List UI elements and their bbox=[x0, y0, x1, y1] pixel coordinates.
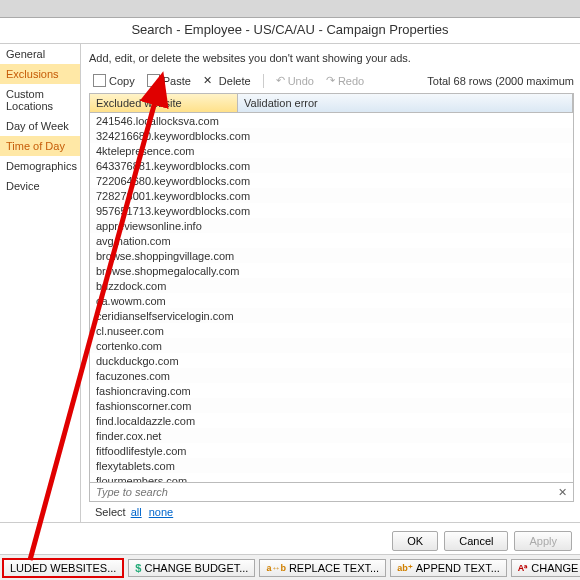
table-row[interactable]: ca.wowm.com bbox=[90, 293, 573, 308]
delete-icon: ✕ bbox=[203, 74, 216, 87]
ok-button[interactable]: OK bbox=[392, 531, 438, 551]
delete-label: Delete bbox=[219, 75, 251, 87]
search-input[interactable] bbox=[90, 483, 552, 501]
delete-button[interactable]: ✕Delete bbox=[199, 72, 255, 89]
undo-icon: ↶ bbox=[276, 74, 285, 87]
table-row[interactable]: browse.shoppingvillage.com bbox=[90, 248, 573, 263]
table-row[interactable]: fitfoodlifestyle.com bbox=[90, 443, 573, 458]
dialog-title: Search - Employee - US/CA/AU - Campaign … bbox=[0, 18, 580, 44]
separator bbox=[263, 74, 264, 88]
append-text-button[interactable]: ab⁺APPEND TEXT... bbox=[390, 559, 507, 577]
redo-icon: ↷ bbox=[326, 74, 335, 87]
grid-search: ✕ bbox=[90, 482, 573, 501]
replace-label: REPLACE TEXT... bbox=[289, 562, 379, 574]
table-row[interactable]: cl.nuseer.com bbox=[90, 323, 573, 338]
table-row[interactable]: 643376881.keywordblocks.com bbox=[90, 158, 573, 173]
clear-search-icon[interactable]: ✕ bbox=[552, 486, 573, 499]
sidebar: General Exclusions Custom Locations Day … bbox=[0, 44, 81, 522]
table-row[interactable]: buzzdock.com bbox=[90, 278, 573, 293]
select-label: Select bbox=[95, 506, 126, 518]
table-row[interactable]: fashionscorner.com bbox=[90, 398, 573, 413]
table-row[interactable]: 728276001.keywordblocks.com bbox=[90, 188, 573, 203]
table-row[interactable]: duckduckgo.com bbox=[90, 353, 573, 368]
sidebar-item-device[interactable]: Device bbox=[0, 176, 80, 196]
redo-button[interactable]: ↷Redo bbox=[322, 72, 368, 89]
append-icon: ab⁺ bbox=[397, 563, 413, 573]
redo-label: Redo bbox=[338, 75, 364, 87]
table-row[interactable]: facuzones.com bbox=[90, 368, 573, 383]
excluded-websites-button[interactable]: LUDED WEBSITES... bbox=[2, 558, 124, 578]
table-row[interactable]: finder.cox.net bbox=[90, 428, 573, 443]
paste-icon bbox=[147, 74, 160, 87]
table-row[interactable]: 241546.locallocksva.com bbox=[90, 113, 573, 128]
table-row[interactable]: flourmembers.com bbox=[90, 473, 573, 482]
copy-icon bbox=[93, 74, 106, 87]
paste-label: Paste bbox=[163, 75, 191, 87]
copy-label: Copy bbox=[109, 75, 135, 87]
paste-button[interactable]: Paste bbox=[143, 72, 195, 89]
table-row[interactable]: 722064680.keywordblocks.com bbox=[90, 173, 573, 188]
table-row[interactable]: avg.nation.com bbox=[90, 233, 573, 248]
dollar-icon: $ bbox=[135, 562, 141, 574]
toolbar: Copy Paste ✕Delete ↶Undo ↷Redo Total 68 … bbox=[89, 72, 574, 89]
grid-body[interactable]: 241546.locallocksva.com324216680.keyword… bbox=[90, 113, 573, 482]
apply-button[interactable]: Apply bbox=[514, 531, 572, 551]
table-row[interactable]: 324216680.keywordblocks.com bbox=[90, 128, 573, 143]
cap-label: CHANGE TEXT CAPITALIZATION... bbox=[531, 562, 580, 574]
select-none-link[interactable]: none bbox=[149, 506, 173, 518]
table-row[interactable]: browse.shopmegalocally.com bbox=[90, 263, 573, 278]
sidebar-item-demographics[interactable]: Demographics bbox=[0, 156, 80, 176]
append-label: APPEND TEXT... bbox=[416, 562, 500, 574]
col-validation-error[interactable]: Validation error bbox=[238, 94, 573, 112]
sidebar-item-exclusions[interactable]: Exclusions bbox=[0, 64, 80, 84]
sidebar-item-time-of-day[interactable]: Time of Day bbox=[0, 136, 80, 156]
copy-button[interactable]: Copy bbox=[89, 72, 139, 89]
bottom-toolbar: LUDED WEBSITES... $CHANGE BUDGET... a↔bR… bbox=[0, 554, 580, 580]
table-row[interactable]: find.localdazzle.com bbox=[90, 413, 573, 428]
undo-label: Undo bbox=[288, 75, 314, 87]
cancel-button[interactable]: Cancel bbox=[444, 531, 508, 551]
change-cap-button[interactable]: AᵃCHANGE TEXT CAPITALIZATION... bbox=[511, 559, 580, 577]
window-chrome bbox=[0, 0, 580, 18]
exclusions-grid: Excluded website Validation error 241546… bbox=[89, 93, 574, 502]
table-row[interactable]: ceridianselfservicelogin.com bbox=[90, 308, 573, 323]
select-all-link[interactable]: all bbox=[131, 506, 142, 518]
total-rows-label: Total 68 rows (2000 maximum bbox=[427, 75, 574, 87]
table-row[interactable]: 4ktelepresence.com bbox=[90, 143, 573, 158]
replace-text-button[interactable]: a↔bREPLACE TEXT... bbox=[259, 559, 386, 577]
replace-icon: a↔b bbox=[266, 563, 286, 573]
cap-icon: Aᵃ bbox=[518, 563, 529, 573]
sidebar-item-custom-locations[interactable]: Custom Locations bbox=[0, 84, 80, 116]
table-row[interactable]: 957651713.keywordblocks.com bbox=[90, 203, 573, 218]
table-row[interactable]: fashioncraving.com bbox=[90, 383, 573, 398]
undo-button[interactable]: ↶Undo bbox=[272, 72, 318, 89]
budget-label: CHANGE BUDGET... bbox=[144, 562, 248, 574]
instruction-text: Add, edit, or delete the websites you do… bbox=[89, 52, 574, 64]
table-row[interactable]: appreviewsonline.info bbox=[90, 218, 573, 233]
select-row: Select all none bbox=[89, 502, 574, 518]
grid-header: Excluded website Validation error bbox=[90, 94, 573, 113]
table-row[interactable]: flexytablets.com bbox=[90, 458, 573, 473]
excluded-label: LUDED WEBSITES... bbox=[10, 562, 116, 574]
table-row[interactable]: cortenko.com bbox=[90, 338, 573, 353]
col-excluded-website[interactable]: Excluded website bbox=[90, 94, 238, 112]
sidebar-item-general[interactable]: General bbox=[0, 44, 80, 64]
sidebar-item-day-of-week[interactable]: Day of Week bbox=[0, 116, 80, 136]
change-budget-button[interactable]: $CHANGE BUDGET... bbox=[128, 559, 255, 577]
